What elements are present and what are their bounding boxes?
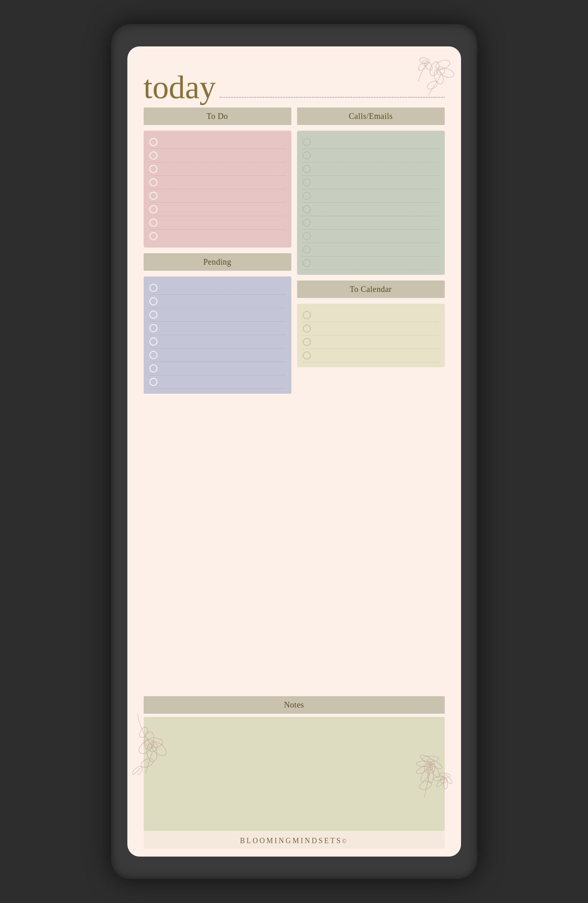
todo-line-2	[161, 156, 286, 156]
notes-header: Notes	[144, 696, 445, 714]
pending-checkbox-8[interactable]	[149, 378, 157, 386]
calendar-checkbox-1[interactable]	[303, 311, 311, 319]
todo-checkbox-6[interactable]	[149, 205, 157, 213]
todo-item-6[interactable]	[149, 203, 286, 216]
calls-item-7[interactable]	[303, 216, 439, 230]
todo-checkbox-1[interactable]	[149, 138, 157, 146]
pending-header: Pending	[144, 253, 291, 271]
page-content: today To Do	[127, 46, 461, 857]
calls-item-5[interactable]	[303, 189, 439, 203]
todo-line-1	[161, 142, 286, 142]
todo-item-1[interactable]	[149, 136, 286, 149]
todo-header-text: To Do	[207, 112, 228, 121]
calendar-checkbox-4[interactable]	[303, 351, 311, 359]
calendar-line-2	[314, 329, 439, 329]
calendar-line-1	[314, 315, 439, 316]
pending-checkbox-4[interactable]	[149, 324, 157, 332]
calls-item-6[interactable]	[303, 203, 439, 216]
todo-item-7[interactable]	[149, 216, 286, 230]
left-column: To Do	[144, 107, 291, 693]
notes-section: Notes	[144, 696, 445, 831]
todo-checkbox-3[interactable]	[149, 165, 157, 173]
calendar-item-1[interactable]	[303, 309, 439, 322]
notes-header-text: Notes	[284, 700, 304, 709]
calls-checkbox-8[interactable]	[303, 232, 311, 240]
pending-checkbox-5[interactable]	[149, 338, 157, 346]
calls-line-5	[314, 196, 439, 196]
calls-checkbox-5[interactable]	[303, 192, 311, 200]
pending-header-text: Pending	[203, 257, 231, 266]
pending-line-8	[161, 382, 286, 382]
pending-item-5[interactable]	[149, 335, 286, 348]
calls-line-6	[314, 209, 439, 210]
pending-checkbox-1[interactable]	[149, 284, 157, 292]
calls-checkbox-1[interactable]	[303, 138, 311, 146]
calendar-checkbox-3[interactable]	[303, 338, 311, 346]
calls-header: Calls/Emails	[297, 107, 445, 125]
pending-item-7[interactable]	[149, 362, 286, 375]
todo-item-2[interactable]	[149, 149, 286, 162]
todo-header: To Do	[144, 107, 291, 125]
brand-copyright: ©	[342, 838, 348, 844]
calendar-header-text: To Calendar	[350, 285, 392, 294]
calls-checkbox-3[interactable]	[303, 165, 311, 173]
todo-item-8[interactable]	[149, 230, 286, 243]
calls-checkbox-7[interactable]	[303, 219, 311, 227]
pending-item-4[interactable]	[149, 322, 286, 335]
calls-checkbox-10[interactable]	[303, 259, 311, 267]
calendar-item-3[interactable]	[303, 335, 439, 349]
pending-item-1[interactable]	[149, 281, 286, 295]
pending-item-6[interactable]	[149, 348, 286, 362]
calendar-line-3	[314, 342, 439, 342]
calls-checkbox-9[interactable]	[303, 245, 311, 254]
calls-checkbox-6[interactable]	[303, 205, 311, 213]
calls-item-1[interactable]	[303, 136, 439, 149]
calls-checkbox-2[interactable]	[303, 151, 311, 160]
pending-item-3[interactable]	[149, 308, 286, 322]
right-column: Calls/Emails	[297, 107, 445, 693]
tablet-frame: today To Do	[111, 24, 477, 879]
pending-checkbox-2[interactable]	[149, 297, 157, 305]
todo-checkbox-5[interactable]	[149, 192, 157, 200]
calls-item-10[interactable]	[303, 256, 439, 270]
pending-line-6	[161, 355, 286, 355]
todo-line-4	[161, 182, 286, 183]
calls-item-3[interactable]	[303, 162, 439, 176]
calendar-header: To Calendar	[297, 281, 445, 298]
page-title: today	[144, 71, 216, 103]
todo-item-5[interactable]	[149, 189, 286, 203]
pending-checkbox-7[interactable]	[149, 364, 157, 373]
calls-line-9	[314, 250, 439, 250]
calls-item-4[interactable]	[303, 176, 439, 189]
todo-line-7	[161, 223, 286, 223]
pending-line-4	[161, 328, 286, 329]
calls-item-8[interactable]	[303, 230, 439, 243]
pending-item-8[interactable]	[149, 375, 286, 389]
brand-name: BLOOMINGMINDSETS	[240, 837, 342, 845]
pending-line-1	[161, 288, 286, 288]
calls-checklist	[297, 131, 445, 275]
notes-area[interactable]	[144, 717, 445, 831]
calendar-item-4[interactable]	[303, 349, 439, 362]
calendar-item-2[interactable]	[303, 322, 439, 335]
todo-item-4[interactable]	[149, 176, 286, 189]
calls-line-1	[314, 142, 439, 142]
pending-checkbox-3[interactable]	[149, 311, 157, 319]
calls-line-3	[314, 169, 439, 169]
calendar-checkbox-2[interactable]	[303, 324, 311, 333]
calls-item-2[interactable]	[303, 149, 439, 162]
todo-checkbox-7[interactable]	[149, 219, 157, 227]
calls-item-9[interactable]	[303, 243, 439, 256]
pending-item-2[interactable]	[149, 295, 286, 308]
pending-line-7	[161, 368, 286, 369]
pending-checkbox-6[interactable]	[149, 351, 157, 359]
calls-line-8	[314, 236, 439, 237]
todo-checkbox-8[interactable]	[149, 232, 157, 240]
calls-header-text: Calls/Emails	[349, 112, 393, 121]
todo-checkbox-2[interactable]	[149, 151, 157, 160]
todo-checklist	[144, 131, 291, 248]
todo-checkbox-4[interactable]	[149, 178, 157, 186]
calls-checkbox-4[interactable]	[303, 178, 311, 186]
todo-item-3[interactable]	[149, 162, 286, 176]
calendar-checklist	[297, 304, 445, 367]
